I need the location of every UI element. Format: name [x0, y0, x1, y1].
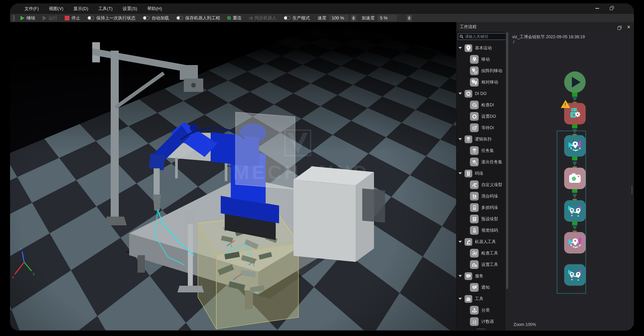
warning-icon: [561, 100, 570, 108]
tree-item-3-3[interactable]: 预设垛型: [457, 213, 505, 225]
tree-item-1-1[interactable]: 设置DO: [457, 111, 505, 122]
tree-item-label: 计数器: [481, 319, 494, 325]
notify-icon: [470, 283, 479, 292]
canvas-splitter[interactable]: [629, 32, 634, 330]
caret-down-icon: [459, 241, 462, 243]
out-port: [572, 124, 577, 128]
list-resize-handle[interactable]: [477, 328, 485, 330]
window-controls: [594, 6, 631, 11]
tree-item-4-0[interactable]: 检查工具: [457, 247, 505, 259]
menu-item-4[interactable]: 设置(S): [118, 5, 142, 12]
tree-item-3-1[interactable]: 混合码垛: [457, 190, 505, 202]
tree-item-5-0[interactable]: 通知: [457, 282, 505, 293]
counter-icon: 1234: [470, 317, 479, 326]
tree-item-3-0[interactable]: 自定义垛型: [457, 179, 505, 190]
robot-arm-icon: [465, 238, 472, 246]
run-icon: [43, 16, 47, 20]
accel-spinner[interactable]: [407, 15, 412, 21]
step-tree: 基本运动移动按阵列移动相对移动DI DODI检查DI设置DODI等待DI逻辑拓扑…: [457, 42, 505, 330]
tree-item-label: 设置DO: [481, 114, 496, 119]
menu-item-2[interactable]: 显示(D): [68, 5, 93, 12]
tree-item-3-4[interactable]: 视觉续码: [457, 225, 505, 236]
speed-label: 速度: [315, 15, 326, 21]
tree-item-0-0[interactable]: 移动: [457, 54, 505, 65]
tree-scrollbar[interactable]: [505, 32, 509, 330]
tree-section-4[interactable]: 机器人工具: [457, 236, 505, 247]
tree-item-1-2[interactable]: DI等待DI: [457, 122, 505, 133]
tree-item-label: 分类: [481, 307, 490, 313]
menu-bar: 文件(F)视图(V)显示(D)工具(T)设置(S)帮助(H): [10, 3, 634, 13]
toggle-icon: [284, 16, 290, 20]
workflow-panel-header: 工作流程 ✕: [457, 22, 634, 32]
tool-check-icon: [470, 249, 479, 258]
step-library: ✓ 基本运动移动按阵列移动相对移动DI DODI检查DI设置DODI等待DI逻辑…: [457, 32, 505, 330]
tree-item-label: 通知: [481, 285, 490, 290]
accel-value[interactable]: 5 %: [377, 15, 397, 21]
panel-close-button[interactable]: ✕: [627, 25, 631, 29]
pin-pair-icon: [470, 78, 479, 87]
save-robot-toggle[interactable]: 保存机器人到工程: [174, 14, 222, 22]
toolbar: 继续 运行 停止 保持上一次执行状态 自动加载 保存机器人到工程 ⧉ 重连 ⇉ …: [10, 13, 634, 22]
viewport-3d[interactable]: MECH MIND z x y: [10, 22, 456, 330]
menu-item-5[interactable]: 帮助(H): [142, 5, 167, 12]
reconnect-button[interactable]: ⧉ 重连: [225, 14, 244, 22]
flow-canvas[interactable]: viz_工博会链轨节 2022-09-05 18:38:19 / Zoom 10…: [509, 32, 629, 330]
svg-text:DI: DI: [473, 104, 475, 106]
tree-section-1[interactable]: DI DO: [457, 88, 505, 99]
tree-item-2-1[interactable]: 退出任务集: [457, 156, 505, 168]
ring-icon: [470, 112, 479, 121]
layers-icon: [465, 135, 472, 143]
menu-items: 文件(F)视图(V)显示(D)工具(T)设置(S)帮助(H): [19, 5, 167, 12]
tree-item-6-0[interactable]: 分类: [457, 304, 505, 316]
production-mode-toggle[interactable]: 生产模式: [281, 14, 312, 22]
speed-value[interactable]: 100 %: [329, 15, 348, 21]
flow-node-move-3[interactable]: [564, 264, 586, 286]
speed-spinner[interactable]: [351, 15, 356, 21]
search-icon: [460, 35, 464, 39]
run-button[interactable]: 运行: [40, 14, 60, 22]
svg-text:1: 1: [473, 319, 474, 322]
flow-node-move-1[interactable]: [564, 135, 586, 157]
keep-last-state-toggle[interactable]: 保持上一次执行状态: [85, 14, 138, 22]
stop-button[interactable]: 停止: [62, 14, 83, 22]
menu-item-3[interactable]: 工具(T): [93, 5, 118, 12]
tree-item-label: 自定义垛型: [481, 182, 502, 188]
tree-section-2[interactable]: 逻辑拓扑: [457, 133, 505, 145]
tree-item-3-2[interactable]: 多抓码垛: [457, 202, 505, 213]
connector-arrow: [572, 226, 577, 230]
run-label: 运行: [49, 15, 57, 21]
tree-section-3[interactable]: 码垛: [457, 168, 505, 179]
flow-node-vision-move[interactable]: [564, 232, 586, 254]
tree-item-0-1[interactable]: 按阵列移动: [457, 65, 505, 76]
connector-arrow: [572, 194, 577, 199]
menu-item-0[interactable]: 文件(F): [19, 5, 44, 12]
tree-item-0-2[interactable]: 相对移动: [457, 76, 505, 88]
auto-load-toggle[interactable]: 自动加载: [141, 14, 171, 22]
tree-item-2-0[interactable]: 任务集: [457, 145, 505, 156]
sync-robot-button[interactable]: ⇉ 同步机器人: [247, 14, 279, 22]
tree-section-5[interactable]: 服务: [457, 270, 505, 282]
minimize-icon: [595, 8, 599, 9]
minimize-button[interactable]: [594, 6, 600, 11]
tree-item-6-1[interactable]: 1234计数器: [457, 316, 505, 327]
flow-node-start[interactable]: [564, 71, 586, 93]
continue-button[interactable]: 继续: [18, 14, 38, 22]
chat-icon: [465, 272, 472, 280]
tree-item-label: 预设垛型: [481, 216, 498, 222]
restore-button[interactable]: [608, 6, 614, 11]
tree-item-4-1[interactable]: 设置工具: [457, 259, 505, 270]
flow-node-capture[interactable]: [564, 168, 586, 189]
tree-item-1-0[interactable]: DI检查DI: [457, 99, 505, 111]
flow-node-set-tool[interactable]: [564, 103, 586, 124]
menu-item-1[interactable]: 视图(V): [44, 5, 68, 12]
classify-icon: [470, 306, 479, 315]
toolbar-grip-handle[interactable]: [13, 15, 15, 21]
panel-float-button[interactable]: [619, 24, 622, 30]
tree-section-label: DI DO: [475, 91, 487, 96]
tree-item-label: 移动: [481, 57, 490, 62]
tree-section-6[interactable]: 工具: [457, 293, 505, 304]
tree-item-label: 任务集: [481, 148, 494, 154]
production-mode-label: 生产模式: [292, 15, 310, 21]
tree-section-0[interactable]: 基本运动: [457, 42, 505, 54]
flow-node-move-2[interactable]: [564, 200, 586, 222]
